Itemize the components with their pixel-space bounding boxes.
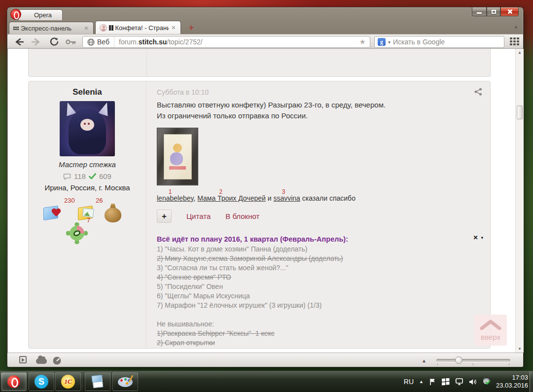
tab-close-icon[interactable]: × [171,24,177,31]
signature-item: 2) Скрап открытки [157,338,480,348]
wand-password-button[interactable] [65,36,77,48]
share-icon [474,88,482,96]
author-awards: 230 26 7 [29,197,146,246]
thanks-user-link[interactable]: 3ssavvina [273,194,300,202]
thanks-user-link[interactable]: 2Мама Троих Дочерей [197,194,266,202]
language-indicator[interactable]: RU [404,378,414,386]
taskbar-1c-button[interactable]: 1С [55,372,81,391]
taskbar-separator [82,373,82,390]
signature-item: 1) "Часы. Кот в доме хозяин" Панна (доде… [157,245,480,254]
thanks-line: 1lenabelebey, 2Мама Троих Дочерей и 3ssa… [157,194,480,202]
author-location: Ирина, Россия, г. Москва [29,183,146,192]
notepad-icon [91,375,104,389]
close-icon [507,9,512,14]
author-stats: 118 609 [29,172,146,180]
antivirus-status-icon[interactable] [482,378,491,386]
globe-icon [87,38,95,46]
share-button[interactable] [474,88,482,97]
forward-button[interactable] [30,36,43,48]
taskbar-opera-button[interactable] [1,372,27,391]
browser-status-bar: ▲ [7,353,523,367]
gear-award-icon [66,222,88,244]
back-icon [14,38,24,45]
minimize-icon [477,12,482,14]
minimize-button[interactable] [472,7,487,16]
url-path: /topic/2752/ [167,38,202,46]
zoom-slider-thumb[interactable] [455,356,462,364]
notebook-link[interactable]: В блокнот [225,212,259,220]
tab-forum-active[interactable]: Конфета! - Страниц... × [95,21,181,34]
maximize-button[interactable] [487,7,500,16]
speed-dial-icon [13,27,19,30]
tray-time: 17:03 [496,374,528,382]
panels-menu-icon[interactable] [510,37,519,45]
signature-title: Всё идёт по плану 2016, 1 квартал (Февра… [157,235,480,243]
back-to-top-button[interactable]: вверх [474,315,507,346]
taskbar-clock[interactable]: 17:03 23.03.2016 [496,374,528,390]
search-engine-dropdown-icon[interactable]: ▾ [388,39,391,45]
zoom-slider[interactable] [436,359,510,362]
hearts-award-icon [43,204,65,222]
panels-toggle-icon[interactable] [19,356,27,363]
windows-update-icon[interactable] [442,378,450,386]
window-controls [472,7,519,16]
attachment-thumbnail[interactable] [157,128,198,185]
show-desktop-button[interactable] [530,371,533,392]
author-avatar[interactable] [60,101,115,156]
taskbar-paint-button[interactable] [112,372,138,391]
opera-link-cloud-icon[interactable] [36,358,47,364]
back-to-top-label: вверх [474,333,507,341]
thanks-user-link[interactable]: 1lenabelebey [157,194,193,202]
gear-award-count: 7 [87,216,90,224]
address-bar[interactable]: Веб forum.stitch.su/topic/2752/ ★ [82,36,370,48]
quote-link[interactable]: Цитата [186,212,211,220]
likes-count: 609 [99,172,111,180]
opera-icon [7,375,20,388]
money-bag-award-icon [104,202,123,223]
tab-bar: Экспресс-панель × Конфета! - Страниц... … [7,20,523,34]
reload-button[interactable] [48,36,61,48]
page-viewport: Selenia Мастер стежка 118 609 Ирина, Рос… [8,49,524,353]
scrollbar-thumb[interactable] [517,106,523,119]
google-icon: g [378,38,386,46]
post-timestamp[interactable]: Суббота в 10:10 [157,88,209,96]
tab-list-dropdown-icon[interactable]: ▾ [514,24,517,31]
1c-icon: 1С [61,375,75,389]
thanks-conjunction: и [266,194,274,202]
back-button[interactable] [12,36,25,48]
taskbar-notepad-button[interactable] [85,372,110,391]
url-domain: stitch.su [139,38,167,46]
tab-favicon-site [109,25,113,31]
tray-date: 23.03.2016 [496,382,528,390]
signature-collapse-icon[interactable]: ▾ [481,235,483,240]
opera-logo-icon [10,9,21,20]
previous-post-fragment [28,49,491,77]
url-text[interactable]: forum.stitch.su/topic/2752/ [114,38,355,46]
thank-plus-button[interactable]: + [157,210,172,223]
vertical-scrollbar[interactable]: ▲ ▼ [515,49,524,353]
fit-to-width-icon[interactable]: ▲ [422,358,426,363]
signature-close-icon[interactable]: ✕ [473,234,478,241]
tab-close-icon[interactable]: × [83,25,89,32]
tab-label: Экспресс-панель [21,25,81,32]
scroll-up-icon[interactable]: ▲ [516,50,524,55]
action-center-flag-icon[interactable] [429,378,436,386]
bookmark-star-icon[interactable]: ★ [355,37,370,46]
url-security-badge[interactable]: Веб [83,36,114,47]
signature-block: Всё идёт по плану 2016, 1 квартал (Февра… [157,231,480,348]
opera-turbo-icon[interactable] [53,356,61,367]
opera-menu-button[interactable]: Opera [10,9,63,20]
search-box[interactable]: g ▾ [374,36,504,48]
tray-expand-icon[interactable]: ▲ [419,379,424,384]
close-button[interactable] [500,7,519,16]
network-icon[interactable] [455,378,463,386]
volume-icon[interactable] [469,378,477,386]
author-username[interactable]: Selenia [29,87,146,97]
scroll-down-icon[interactable]: ▼ [516,347,524,351]
new-tab-button[interactable]: + [185,23,198,33]
thanks-suffix: сказали спасибо [300,194,355,202]
taskbar-skype-button[interactable]: S [29,372,54,391]
search-input[interactable] [393,38,501,46]
tab-speed-dial[interactable]: Экспресс-панель × [9,22,94,34]
thanks-number: 2 [219,188,223,195]
